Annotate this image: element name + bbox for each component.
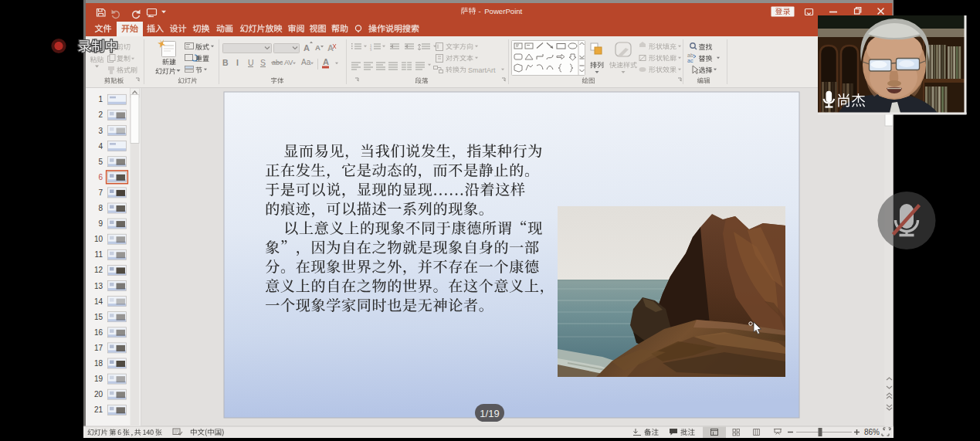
- svg-text:ac: ac: [687, 58, 693, 63]
- svg-text:86%: 86%: [864, 428, 880, 436]
- svg-text:Aa: Aa: [301, 58, 311, 66]
- svg-text:A: A: [315, 43, 320, 52]
- svg-text:1: 1: [98, 95, 103, 103]
- svg-text:5: 5: [98, 158, 103, 166]
- svg-text:11: 11: [95, 250, 103, 259]
- svg-text:1/19: 1/19: [480, 408, 499, 419]
- svg-text:19: 19: [94, 375, 103, 383]
- svg-text:15: 15: [94, 313, 103, 321]
- svg-text:I: I: [236, 58, 239, 67]
- svg-text:B: B: [222, 58, 229, 67]
- svg-text:- PowerPoint: - PowerPoint: [477, 7, 523, 15]
- svg-text:A: A: [323, 57, 329, 66]
- svg-text:4: 4: [98, 142, 103, 151]
- svg-text:10: 10: [94, 235, 103, 243]
- svg-text:17: 17: [94, 344, 103, 352]
- svg-text:7: 7: [98, 188, 103, 197]
- svg-text:6: 6: [98, 173, 103, 181]
- svg-text:A: A: [327, 43, 334, 53]
- svg-text:3: 3: [98, 127, 103, 135]
- svg-text:A: A: [303, 43, 310, 53]
- svg-text:20: 20: [94, 390, 103, 399]
- svg-text:18: 18: [94, 359, 103, 368]
- svg-text:16: 16: [94, 328, 103, 337]
- svg-text:ab: ab: [687, 53, 693, 58]
- svg-text:AV: AV: [284, 59, 293, 66]
- svg-text:14: 14: [94, 297, 103, 306]
- svg-text:13: 13: [94, 282, 103, 290]
- svg-text:U: U: [248, 58, 254, 67]
- svg-text:9: 9: [98, 219, 103, 228]
- svg-text:8: 8: [98, 204, 103, 212]
- svg-text:21: 21: [94, 405, 103, 414]
- svg-text:SmartArt: SmartArt: [468, 66, 496, 74]
- svg-text:S: S: [260, 58, 266, 67]
- svg-text:12: 12: [94, 266, 103, 274]
- svg-text:2: 2: [98, 110, 103, 119]
